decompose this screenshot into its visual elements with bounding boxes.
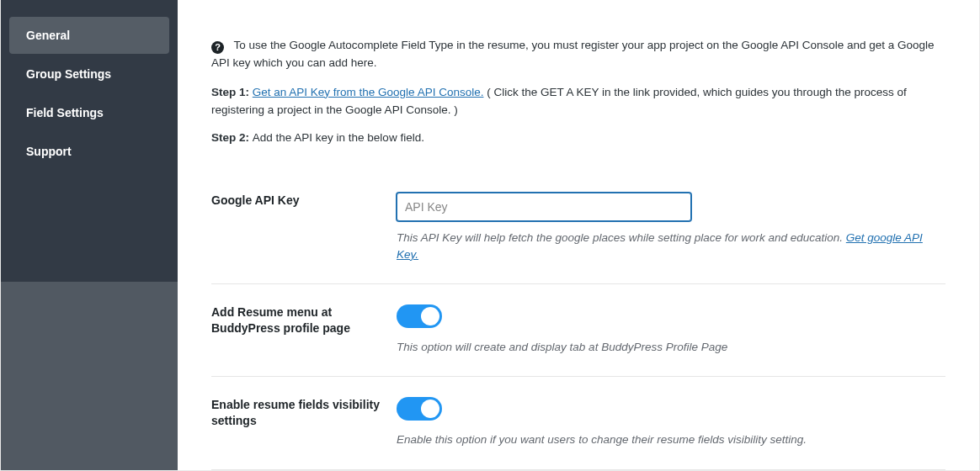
visibility-toggle[interactable]: [397, 397, 442, 421]
nav-label: General: [26, 29, 70, 42]
step-1-link[interactable]: Get an API Key from the Google API Conso…: [253, 86, 484, 98]
row-api-key: Google API Key This API Key will help fe…: [211, 172, 945, 284]
settings-content: ? To use the Google Autocomplete Field T…: [178, 0, 979, 470]
intro-text: ? To use the Google Autocomplete Field T…: [211, 37, 945, 72]
row-resume-menu: Add Resume menu at BuddyPress profile pa…: [211, 284, 945, 377]
visibility-description: Enable this option if you want users to …: [397, 431, 945, 448]
label-resume-menu: Add Resume menu at BuddyPress profile pa…: [211, 284, 397, 377]
nav-group-settings[interactable]: Group Settings: [9, 56, 169, 93]
nav-label: Field Settings: [26, 106, 104, 119]
settings-sidebar: General Group Settings Field Settings Su…: [1, 0, 178, 470]
intro-body: To use the Google Autocomplete Field Typ…: [211, 39, 935, 69]
nav-label: Support: [26, 145, 72, 158]
nav-support[interactable]: Support: [9, 133, 169, 170]
nav-label: Group Settings: [26, 67, 111, 81]
nav-field-settings[interactable]: Field Settings: [9, 94, 169, 131]
toggle-knob-icon: [421, 307, 439, 325]
api-key-desc-text: This API Key will help fetch the google …: [397, 231, 846, 244]
row-visibility: Enable resume fields visibility settings…: [211, 377, 945, 469]
nav-general[interactable]: General: [9, 17, 169, 54]
step-1: Step 1: Get an API Key from the Google A…: [211, 84, 945, 119]
step-2-text: Add the API key in the below field.: [253, 131, 424, 144]
google-api-key-input[interactable]: [397, 193, 691, 221]
resume-menu-toggle[interactable]: [397, 304, 442, 328]
api-key-description: This API Key will help fetch the google …: [397, 230, 945, 264]
info-icon: ?: [211, 41, 224, 54]
label-api-key: Google API Key: [211, 172, 397, 284]
step-1-prefix: Step 1:: [211, 86, 253, 98]
resume-menu-description: This option will create and display tab …: [397, 339, 945, 356]
sidebar-spacer: [1, 282, 178, 470]
label-visibility: Enable resume fields visibility settings: [211, 377, 397, 469]
step-2-prefix: Step 2:: [211, 131, 253, 144]
toggle-knob-icon: [421, 400, 439, 418]
step-2: Step 2: Add the API key in the below fie…: [211, 130, 945, 147]
settings-form: Google API Key This API Key will help fe…: [211, 172, 945, 470]
settings-panel: General Group Settings Field Settings Su…: [0, 0, 980, 471]
